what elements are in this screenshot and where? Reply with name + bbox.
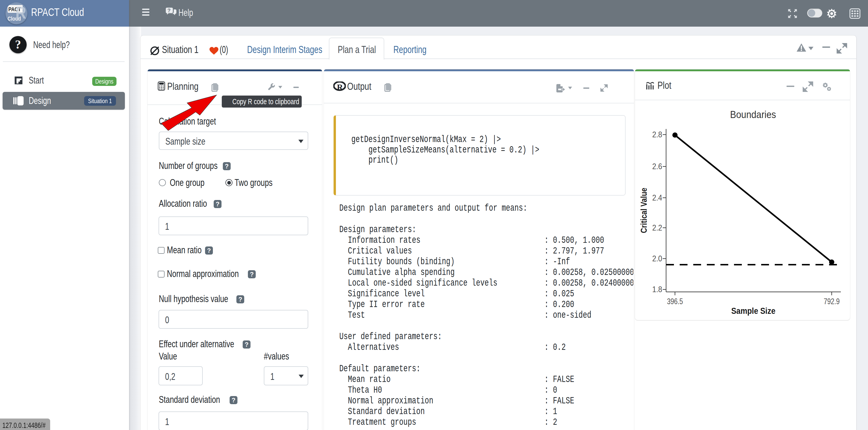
- svg-text:2.8: 2.8: [652, 130, 662, 139]
- svg-text:2.4: 2.4: [652, 193, 662, 202]
- svg-text:?: ?: [167, 7, 170, 13]
- svg-text:792.9: 792.9: [824, 297, 840, 306]
- svg-text:2.0: 2.0: [652, 254, 662, 263]
- svg-text:396.5: 396.5: [667, 297, 683, 306]
- svg-text:Boundaries: Boundaries: [730, 109, 776, 120]
- svg-text:R: R: [337, 82, 343, 91]
- svg-text:2.6: 2.6: [652, 162, 662, 171]
- svg-text:2.2: 2.2: [652, 223, 662, 232]
- svg-text:Critical Value: Critical Value: [639, 188, 649, 233]
- svg-text:Sample Size: Sample Size: [732, 306, 776, 316]
- svg-text:1.8: 1.8: [652, 285, 662, 294]
